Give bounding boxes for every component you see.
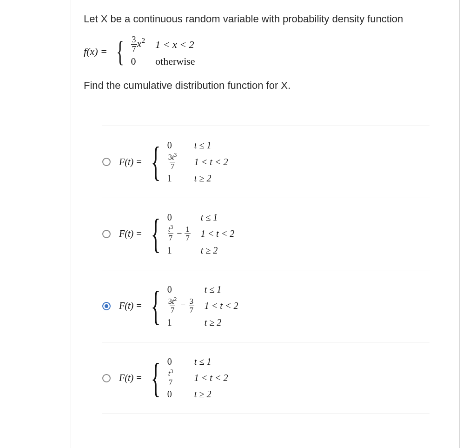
case-condition: 1 < t < 2	[205, 301, 238, 311]
case-value: 3t27−37	[167, 298, 194, 314]
case-condition: 1 < t < 2	[194, 157, 228, 167]
answer-option[interactable]: F(t) ={0t ≤ 1t371 < t < 20t ≥ 2	[102, 342, 430, 415]
radio-button[interactable]	[102, 302, 111, 310]
pdf-definition: f(x) = { 3 7 x2 1 < x < 2 0 otherwise	[84, 35, 448, 67]
page: Let X be a continuous random variable wi…	[0, 0, 476, 448]
case-value: 3t37	[167, 154, 184, 170]
case-value: 1	[167, 173, 184, 184]
case-condition: t ≤ 1	[194, 356, 228, 367]
case-condition: t ≥ 2	[205, 317, 238, 328]
brace-icon: {	[151, 363, 160, 394]
case-condition: t ≥ 2	[194, 389, 228, 400]
case-condition: 1 < t < 2	[201, 228, 235, 239]
case-value: t37	[167, 370, 184, 387]
case-value: 1	[167, 317, 194, 328]
rule-right	[459, 0, 460, 448]
pdf-case2-cond: otherwise	[155, 55, 195, 67]
piecewise-cases: 0t ≤ 1t37−171 < t < 21t ≥ 2	[167, 212, 234, 256]
frac-num: 3	[131, 35, 137, 44]
radio-button[interactable]	[102, 230, 111, 238]
answer-option[interactable]: F(t) ={0t ≤ 13t371 < t < 21t ≥ 2	[102, 126, 430, 198]
brace-icon: {	[151, 147, 160, 177]
pdf-cases: 3 7 x2 1 < x < 2 0 otherwise	[131, 35, 195, 67]
case-condition: t ≤ 1	[201, 212, 235, 223]
radio-button[interactable]	[102, 374, 111, 382]
answer-lhs: F(t) =	[119, 301, 142, 311]
pdf-case2-value: 0	[131, 55, 145, 67]
answer-option[interactable]: F(t) ={0t ≤ 1t37−171 < t < 21t ≥ 2	[102, 198, 430, 270]
pdf-case1-cond: 1 < x < 2	[155, 39, 195, 51]
case-value: t37−17	[167, 226, 191, 242]
case-value: 0	[167, 284, 194, 295]
answer-math: F(t) ={0t ≤ 1t37−171 < t < 21t ≥ 2	[119, 212, 234, 256]
case-value: 1	[167, 245, 191, 256]
question-intro: Let X be a continuous random variable wi…	[84, 11, 448, 27]
case-value: 0	[167, 140, 184, 151]
case-value: 0	[167, 356, 184, 367]
case-condition: t ≥ 2	[201, 245, 235, 256]
brace-icon: {	[151, 291, 160, 321]
brace-icon: {	[151, 219, 160, 249]
case-condition: t ≥ 2	[194, 173, 228, 184]
brace-icon: {	[116, 40, 124, 63]
frac-den: 7	[131, 44, 137, 53]
answer-math: F(t) ={0t ≤ 13t371 < t < 21t ≥ 2	[119, 140, 228, 184]
piecewise-cases: 0t ≤ 13t371 < t < 21t ≥ 2	[167, 140, 228, 184]
answer-math: F(t) ={0t ≤ 1t371 < t < 20t ≥ 2	[119, 356, 228, 400]
pdf-case1-value: 3 7 x2	[131, 35, 145, 53]
answer-lhs: F(t) =	[119, 373, 142, 383]
answer-lhs: F(t) =	[119, 157, 142, 167]
answer-math: F(t) ={0t ≤ 13t27−371 < t < 21t ≥ 2	[119, 284, 238, 328]
answer-lhs: F(t) =	[119, 228, 142, 239]
question-block: Let X be a continuous random variable wi…	[84, 11, 448, 414]
answer-option[interactable]: F(t) ={0t ≤ 13t27−371 < t < 21t ≥ 2	[102, 270, 430, 342]
rule-left	[71, 0, 71, 448]
case-condition: t ≤ 1	[194, 140, 228, 151]
pdf-exp: 2	[141, 36, 145, 44]
question-prompt: Find the cumulative distribution functio…	[84, 78, 448, 93]
pdf-lhs: f(x) =	[84, 46, 107, 58]
piecewise-cases: 0t ≤ 13t27−371 < t < 21t ≥ 2	[167, 284, 238, 328]
case-value: 0	[167, 389, 184, 400]
answer-options: F(t) ={0t ≤ 13t371 < t < 21t ≥ 2F(t) ={0…	[102, 126, 430, 414]
case-condition: t ≤ 1	[205, 284, 238, 295]
piecewise-cases: 0t ≤ 1t371 < t < 20t ≥ 2	[167, 356, 228, 400]
case-value: 0	[167, 212, 191, 223]
pdf-var: x	[137, 38, 142, 49]
radio-button[interactable]	[102, 158, 111, 166]
case-condition: 1 < t < 2	[194, 373, 228, 383]
